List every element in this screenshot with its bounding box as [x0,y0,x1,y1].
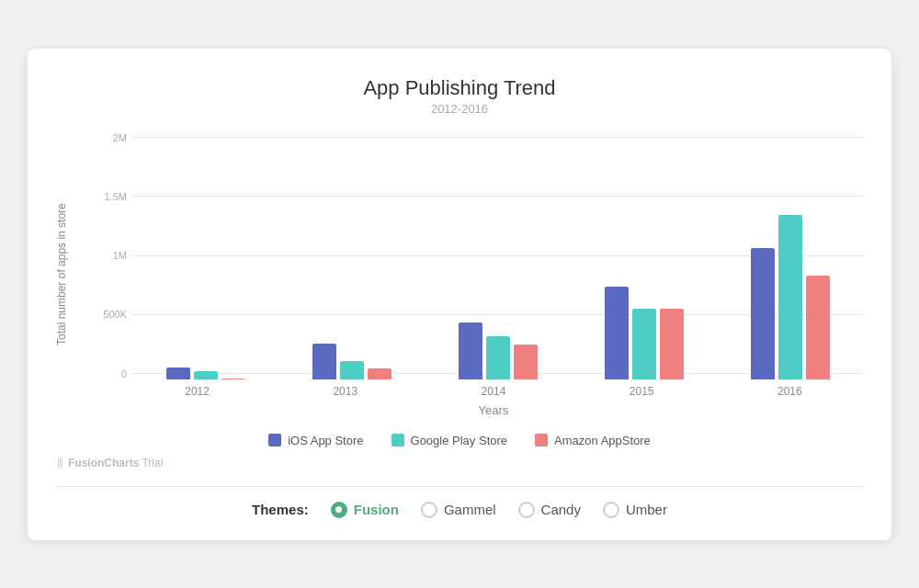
grid-label-2m: 2M [92,132,127,143]
x-label-2012: 2012 [160,385,235,398]
chart-inner: 2M 1.5M 1M 500K [83,132,864,417]
bar-google-2014[interactable] [486,336,510,379]
theme-label-gammel: Gammel [444,502,496,517]
grid-label-0: 0 [92,368,127,379]
themes-row: Themes: Fusion Gammel Candy Umber [55,502,864,518]
legend: iOS App Store Google Play Store Amazon A… [55,434,864,447]
fusioncharts-logo-icon: ⦀ [57,455,63,471]
legend-label-google: Google Play Store [411,434,508,447]
theme-label-umber: Umber [626,502,667,517]
themes-label: Themes: [252,502,309,517]
bar-amazon-2016[interactable] [806,276,830,379]
theme-radio-fusion[interactable] [331,502,347,518]
theme-option-gammel[interactable]: Gammel [421,502,496,518]
theme-radio-umber[interactable] [603,502,619,518]
theme-option-candy[interactable]: Candy [518,502,581,518]
chart-area: Total number of apps in store 2M 1.5M 1M [55,132,864,417]
bar-group-2014 [459,322,538,379]
x-axis-title: Years [123,403,864,417]
grid-label-15m: 1.5M [92,191,127,202]
bar-group-2012 [166,368,245,379]
bar-amazon-2014[interactable] [514,345,538,379]
legend-item-google: Google Play Store [391,434,508,447]
fusioncharts-credit: ⦀ FusionCharts Trial [57,455,864,471]
legend-dot-ios [268,434,281,447]
legend-dot-amazon [535,434,548,447]
legend-label-ios: iOS App Store [288,434,363,447]
bar-google-2013[interactable] [340,361,364,379]
grid-label-1m: 1M [92,250,127,261]
theme-option-fusion[interactable]: Fusion [331,502,399,518]
bar-ios-2014[interactable] [459,322,482,379]
chart-subtitle: 2012-2016 [55,102,864,116]
bar-ios-2012[interactable] [166,368,190,379]
legend-label-amazon: Amazon AppStore [554,434,651,447]
x-axis-labels: 20122013201420152016 [123,385,864,398]
fusioncharts-brand: FusionCharts [68,457,139,469]
bar-google-2015[interactable] [632,309,656,379]
bar-ios-2015[interactable] [605,287,629,379]
legend-item-amazon: Amazon AppStore [535,434,651,447]
grid-label-500k: 500K [92,309,127,320]
theme-option-umber[interactable]: Umber [603,502,667,518]
bar-ios-2016[interactable] [751,248,775,379]
legend-dot-google [391,434,404,447]
bar-group-2013 [312,344,391,379]
chart-title: App Publishing Trend [55,76,864,100]
bar-ios-2013[interactable] [312,344,336,379]
x-label-2015: 2015 [604,385,679,398]
bar-group-2015 [605,287,684,379]
x-label-2016: 2016 [752,385,827,398]
bar-google-2016[interactable] [778,215,802,379]
theme-radio-candy[interactable] [518,502,535,518]
legend-item-ios: iOS App Store [268,434,363,447]
theme-radio-gammel[interactable] [421,502,437,518]
x-label-2014: 2014 [456,385,531,398]
fusioncharts-text: FusionCharts Trial [68,457,163,469]
bar-group-2016 [751,215,830,379]
y-axis-label: Total number of apps in store [55,132,83,417]
chart-card: App Publishing Trend 2012-2016 Total num… [28,49,891,540]
section-divider [55,486,864,487]
theme-label-candy: Candy [541,502,581,517]
x-label-2013: 2013 [308,385,383,398]
bar-amazon-2012[interactable] [221,379,245,379]
theme-label-fusion: Fusion [354,502,399,517]
bar-amazon-2015[interactable] [660,309,684,379]
grid-and-bars: 2M 1.5M 1M 500K [92,132,864,379]
bars-container [132,132,864,379]
bar-google-2012[interactable] [194,371,218,379]
bar-amazon-2013[interactable] [368,368,391,379]
